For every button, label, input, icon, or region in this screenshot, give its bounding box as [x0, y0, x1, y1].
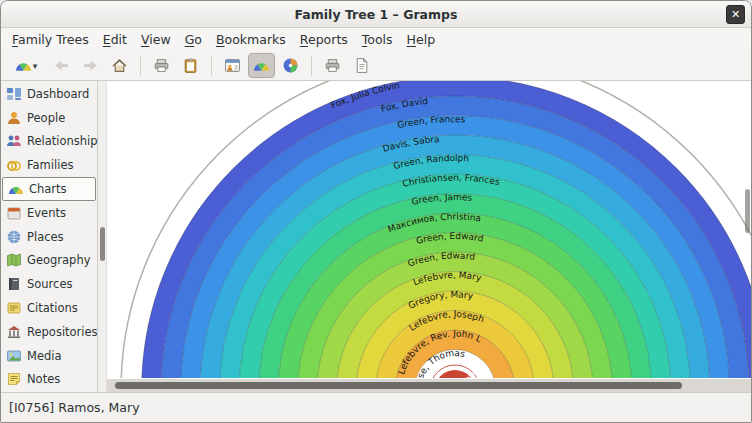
events-icon: [6, 205, 22, 221]
printer-icon: [324, 57, 341, 74]
sidebar-item-label: Charts: [29, 182, 67, 196]
fan-icon: [253, 57, 270, 74]
chart-horizontal-scrollbar-thumb[interactable]: [115, 382, 682, 389]
status-active-person: [I0756] Ramos, Mary: [9, 400, 140, 415]
menu-reports[interactable]: Reports: [293, 29, 355, 50]
sidebar-item-label: Events: [27, 206, 66, 220]
toolbar-separator: [140, 56, 141, 76]
sidebar-item-people[interactable]: People: [1, 106, 97, 130]
media-icon: [6, 348, 22, 364]
charts-icon: [8, 181, 24, 197]
sidebar-item-families[interactable]: Families: [1, 153, 97, 177]
toolbar: ▾: [1, 51, 751, 81]
geography-icon: [6, 252, 22, 268]
dashboard-icon: [6, 86, 22, 102]
sidebar-item-label: Families: [27, 158, 73, 172]
arrow-right-icon: [82, 57, 99, 74]
menu-help[interactable]: Help: [400, 29, 443, 50]
fan-chart-area[interactable]: Wise, ThomasLefebvre, Rev. John LLefebvr…: [107, 81, 751, 392]
sidebar-item-label: People: [27, 111, 65, 125]
menu-tools[interactable]: Tools: [355, 29, 400, 50]
back-button[interactable]: [48, 53, 75, 78]
view-switcher-button[interactable]: ▾: [6, 53, 46, 78]
copy-button[interactable]: [177, 53, 204, 78]
main-body: DashboardPeopleRelationshipsFamiliesChar…: [1, 81, 751, 392]
sidebar-item-dashboard[interactable]: Dashboard: [1, 82, 97, 106]
home-icon: [111, 57, 128, 74]
sidebar-item-places[interactable]: Places: [1, 225, 97, 249]
sidebar-item-charts[interactable]: Charts: [2, 177, 96, 201]
sidebar-item-notes[interactable]: Notes: [1, 368, 97, 392]
sidebar-item-citations[interactable]: Citations: [1, 296, 97, 320]
sidebar-scrollbar-thumb[interactable]: [100, 227, 105, 261]
statusbar: [I0756] Ramos, Mary: [1, 392, 751, 422]
person-view-icon: [224, 57, 241, 74]
fan-chart-button[interactable]: [248, 53, 275, 78]
citations-icon: [6, 300, 22, 316]
families-icon: [6, 157, 22, 173]
document-icon: [353, 57, 370, 74]
arrow-left-icon: [53, 57, 70, 74]
sidebar-item-sources[interactable]: Sources: [1, 272, 97, 296]
chart-vertical-scrollbar[interactable]: [745, 189, 750, 233]
printer-icon: [153, 57, 170, 74]
toolbar-separator: [311, 56, 312, 76]
sidebar: DashboardPeopleRelationshipsFamiliesChar…: [1, 81, 98, 392]
menu-family-trees[interactable]: Family Trees: [5, 29, 96, 50]
sidebar-item-label: Dashboard: [27, 87, 89, 101]
titlebar[interactable]: Family Tree 1 – Gramps ✕: [1, 1, 751, 28]
page-setup-button[interactable]: [348, 53, 375, 78]
close-button[interactable]: ✕: [726, 5, 745, 24]
relationships-icon: [6, 133, 22, 149]
notes-icon: [6, 371, 22, 387]
menu-go[interactable]: Go: [178, 29, 209, 50]
menu-bookmarks[interactable]: Bookmarks: [209, 29, 293, 50]
fan-icon: [15, 57, 32, 74]
repositories-icon: [6, 324, 22, 340]
sidebar-item-label: Geography: [27, 253, 91, 267]
fan-chart[interactable]: Wise, ThomasLefebvre, Rev. John LLefebvr…: [107, 81, 751, 378]
clipboard-icon: [182, 57, 199, 74]
menu-edit[interactable]: Edit: [96, 29, 134, 50]
sources-icon: [6, 276, 22, 292]
sidebar-item-label: Citations: [27, 301, 78, 315]
full-fan-chart-button[interactable]: [277, 53, 304, 78]
forward-button[interactable]: [77, 53, 104, 78]
sidebar-item-relationships[interactable]: Relationships: [1, 130, 97, 154]
sidebar-item-label: Places: [27, 230, 64, 244]
print-button[interactable]: [148, 53, 175, 78]
chevron-down-icon: ▾: [33, 61, 38, 71]
print-view-button[interactable]: [319, 53, 346, 78]
sidebar-item-label: Relationships: [27, 134, 104, 148]
toolbar-separator: [211, 56, 212, 76]
person-view-button[interactable]: [219, 53, 246, 78]
sidebar-item-label: Sources: [27, 277, 73, 291]
window-title: Family Tree 1 – Gramps: [295, 7, 458, 22]
people-icon: [6, 110, 22, 126]
menubar: Family TreesEditViewGoBookmarksReportsTo…: [1, 28, 751, 51]
sidebar-item-repositories[interactable]: Repositories: [1, 320, 97, 344]
sidebar-item-label: Notes: [27, 372, 60, 386]
sidebar-item-label: Media: [27, 349, 62, 363]
sidebar-item-geography[interactable]: Geography: [1, 249, 97, 273]
chart-horizontal-scrollbar[interactable]: [107, 379, 751, 392]
home-button[interactable]: [106, 53, 133, 78]
sidebar-scrollbar[interactable]: [98, 81, 107, 392]
gramps-window: Family Tree 1 – Gramps ✕ Family TreesEdi…: [0, 0, 752, 423]
full-fan-icon: [282, 57, 299, 74]
sidebar-item-events[interactable]: Events: [1, 201, 97, 225]
sidebar-item-label: Repositories: [27, 325, 98, 339]
sidebar-item-media[interactable]: Media: [1, 344, 97, 368]
menu-view[interactable]: View: [134, 29, 178, 50]
places-icon: [6, 229, 22, 245]
